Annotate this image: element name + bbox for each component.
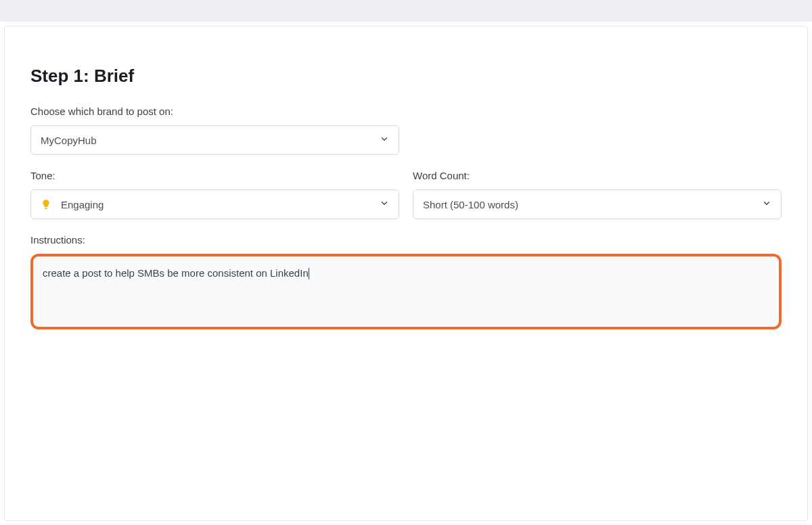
wordcount-select-wrapper: Short (50-100 words) [413,189,782,219]
bulb-icon [41,199,51,210]
brand-select[interactable]: MyCopyHub [30,125,399,155]
wordcount-field: Word Count: Short (50-100 words) [413,170,782,219]
tone-select[interactable]: Engaging [30,189,399,219]
wordcount-select[interactable]: Short (50-100 words) [413,189,782,219]
step-title: Step 1: Brief [30,66,782,87]
tone-label: Tone: [30,170,399,181]
brand-select-wrapper: MyCopyHub [30,125,399,155]
tone-wordcount-row: Tone: Engaging Word Count: [30,170,782,219]
main-card: Step 1: Brief Choose which brand to post… [4,26,808,521]
wordcount-selected-value: Short (50-100 words) [423,199,518,210]
tone-selected-value: Engaging [61,199,104,210]
outer-container: Step 1: Brief Choose which brand to post… [0,22,812,525]
instructions-textarea[interactable]: create a post to help SMBs be more consi… [33,256,779,327]
wordcount-label: Word Count: [413,170,782,181]
instructions-label: Instructions: [30,234,782,246]
chevron-down-icon [380,199,389,210]
brand-field: Choose which brand to post on: MyCopyHub [30,106,782,155]
chevron-down-icon [762,199,771,210]
chevron-down-icon [380,135,389,146]
instructions-text: create a post to help SMBs be more consi… [43,267,309,279]
tone-select-wrapper: Engaging [30,189,399,219]
instructions-field: Instructions: create a post to help SMBs… [30,234,782,329]
brand-label: Choose which brand to post on: [30,106,782,117]
brand-selected-value: MyCopyHub [41,135,97,146]
text-cursor [309,268,309,279]
instructions-highlight: create a post to help SMBs be more consi… [30,254,782,329]
top-bar [0,0,812,22]
tone-field: Tone: Engaging [30,170,399,219]
